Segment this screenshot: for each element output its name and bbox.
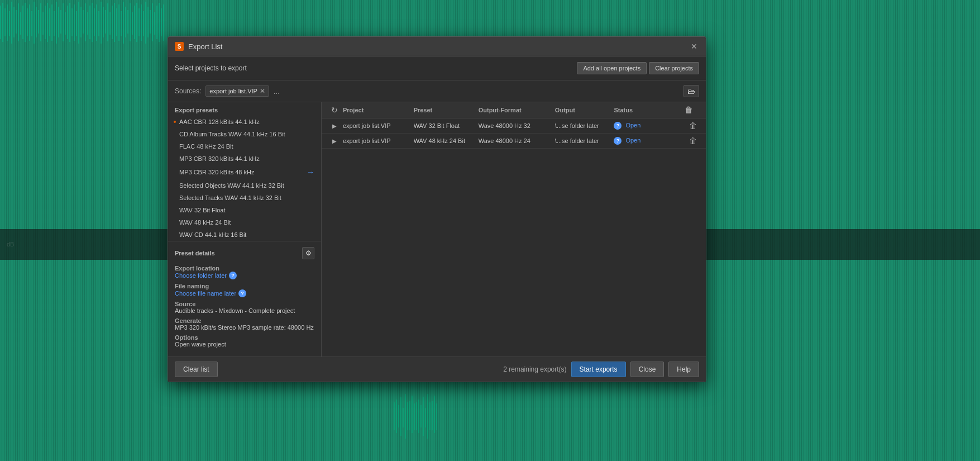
svg-rect-87 [418,400,419,433]
svg-rect-0 [0,6,1,39]
play-button-2[interactable]: ▶ [330,136,339,145]
help-icon-naming[interactable]: ? [238,289,246,297]
svg-rect-70 [156,6,157,39]
svg-rect-47 [105,10,106,34]
detail-generate-value: MP3 320 kBit/s Stereo MP3 sample rate: 4… [175,324,314,331]
main-body: Export presets AAC CBR 128 kBits 44.1 kH… [168,102,706,357]
top-bar-buttons: Add all open projects Clear projects [577,62,699,74]
svg-rect-55 [123,2,124,44]
th-project: Project [343,107,414,113]
preset-item-label: WAV 32 Bit Float [179,207,226,213]
detail-generate-label: Generate [175,317,314,324]
svg-rect-78 [398,405,399,427]
table-row: ▶ export job list.VIP WAV 32 Bit Float W… [322,118,706,134]
play-button-1[interactable]: ▶ [330,121,339,130]
arrow-icon: → [307,168,314,177]
td-project-1: export job list.VIP [343,122,414,129]
svg-rect-32 [71,8,73,36]
gear-button[interactable]: ⚙ [302,247,314,259]
preset-item-label: FLAC 48 kHz 24 Bit [179,143,233,150]
close-button[interactable]: Close [630,362,665,377]
preset-item-selected-obj[interactable]: Selected Objects WAV 44.1 kHz 32 Bit → [168,179,321,192]
source-tag-remove[interactable]: ✕ [260,87,265,95]
svg-rect-33 [74,4,75,41]
app-icon: S [175,42,184,51]
preset-item-label: MP3 CBR 320 kBits 48 kHz [179,169,255,175]
delete-row-button-1[interactable]: 🗑 [689,121,697,130]
td-format-1: Wave 48000 Hz 32 [479,122,555,129]
svg-rect-21 [47,3,48,42]
svg-rect-38 [85,3,86,41]
svg-rect-65 [145,2,146,44]
detail-generate: Generate MP3 320 kBit/s Stereo MP3 sampl… [175,317,314,331]
source-tag-label: export job list.VIP [209,88,257,94]
preset-item-wav32[interactable]: WAV 32 Bit Float → [168,204,321,216]
svg-rect-79 [400,397,401,436]
detail-options: Options Open wave project [175,334,314,348]
svg-rect-19 [42,12,44,35]
top-bar: Select projects to export Add all open p… [168,56,706,80]
right-panel: ↻ Project Preset Output-Format Output St… [322,102,706,357]
svg-rect-64 [143,11,144,36]
svg-rect-23 [51,4,52,41]
svg-rect-54 [121,11,122,36]
svg-rect-57 [127,10,128,34]
svg-rect-59 [132,12,133,35]
info-icon-1[interactable]: ? [614,122,622,130]
detail-options-label: Options [175,334,314,341]
td-delete-1: 🗑 [685,121,701,130]
svg-rect-40 [89,6,90,39]
svg-rect-2 [4,8,6,36]
svg-rect-45 [101,2,102,44]
svg-rect-34 [76,11,77,36]
help-button[interactable]: Help [668,362,699,377]
svg-rect-83 [409,401,410,430]
preset-item-mp3-44[interactable]: MP3 CBR 320 kBits 44.1 kHz → [168,153,321,165]
info-icon-2[interactable]: ? [614,137,622,145]
table-header: ↻ Project Preset Output-Format Output St… [322,102,706,118]
td-status-1: ? Open [614,122,685,130]
svg-rect-10 [22,6,23,39]
detail-source-label: Source [175,301,314,307]
clear-list-button[interactable]: Clear list [175,362,218,377]
svg-rect-4 [9,11,10,36]
svg-rect-89 [423,397,424,436]
preset-item-label: AAC CBR 128 kBits 44.1 kHz [179,118,260,125]
svg-rect-24 [54,11,55,36]
svg-rect-63 [141,4,142,41]
svg-rect-35 [78,2,79,44]
help-icon-location[interactable]: ? [229,272,237,279]
detail-export-location: Export location Choose folder later ? [175,265,314,279]
preset-item-selected-trk[interactable]: Selected Tracks WAV 44.1 kHz 32 Bit → [168,192,321,204]
svg-rect-94 [434,396,435,433]
presets-header: Export presets [168,102,321,116]
svg-rect-3 [7,4,8,41]
detail-options-value: Open wave project [175,341,314,348]
add-all-open-projects-button[interactable]: Add all open projects [577,62,647,74]
svg-rect-85 [414,403,415,430]
svg-rect-12 [27,8,28,36]
preset-item-flac[interactable]: FLAC 48 kHz 24 Bit → [168,140,321,153]
svg-rect-72 [161,8,162,36]
clear-projects-button[interactable]: Clear projects [649,62,699,74]
refresh-button[interactable]: ↻ [326,106,343,115]
folder-button[interactable]: 🗁 [683,85,699,97]
preset-item-wavcd[interactable]: WAV CD 44.1 kHz 16 Bit → [168,229,321,241]
preset-item-wav48[interactable]: WAV 48 kHz 24 Bit → [168,216,321,229]
svg-rect-50 [112,6,113,39]
svg-rect-36 [80,7,82,37]
svg-rect-39 [87,12,88,35]
detail-source-value: Audible tracks - Mixdown - Complete proj… [175,307,314,314]
svg-rect-29 [65,12,66,35]
preset-item-aac[interactable]: AAC CBR 128 kBits 44.1 kHz → [168,116,321,128]
preset-item-mp3-48[interactable]: MP3 CBR 320 kBits 48 kHz → [168,165,321,179]
preset-item-cd[interactable]: CD Album Tracks WAV 44.1 kHz 16 Bit → [168,128,321,140]
delete-row-button-2[interactable]: 🗑 [689,136,697,145]
start-exports-button[interactable]: Start exports [571,362,626,377]
presets-list: AAC CBR 128 kBits 44.1 kHz → CD Album Tr… [168,116,321,241]
source-more[interactable]: ... [274,87,280,96]
td-output-2: \...se folder later [555,137,614,144]
svg-rect-49 [109,12,111,35]
svg-rect-56 [125,7,126,37]
dialog-close-button[interactable]: ✕ [689,41,699,51]
